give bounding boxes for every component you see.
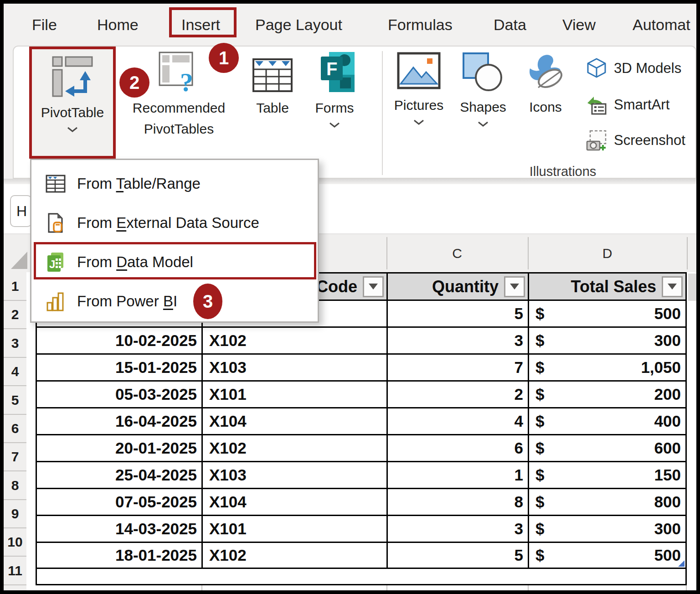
forms-button[interactable]: F Forms	[311, 51, 358, 128]
header-total-sales[interactable]: Total Sales	[529, 274, 685, 300]
table-row: 14-03-2025 X101 3 $300	[37, 516, 685, 543]
row-header-2[interactable]: 2	[4, 301, 26, 329]
cell-date[interactable]: 07-05-2025	[37, 489, 203, 515]
pictures-button[interactable]: Pictures	[394, 52, 444, 125]
excel-window: File Home Insert Page Layout Formulas Da…	[0, 0, 700, 594]
table-resize-handle[interactable]	[678, 560, 685, 567]
tab-view[interactable]: View	[562, 16, 596, 34]
row-header-8[interactable]: 8	[4, 471, 26, 500]
select-all-corner[interactable]	[11, 252, 27, 269]
cell-total-sales[interactable]: $150	[529, 462, 685, 488]
column-header-c[interactable]: C	[386, 234, 528, 272]
row-header-5[interactable]: 5	[4, 386, 26, 415]
screenshot-button[interactable]: Screenshot	[586, 129, 685, 151]
cell-quantity[interactable]: 6	[388, 435, 529, 461]
cell-date[interactable]: 10-02-2025	[37, 328, 203, 353]
filter-button[interactable]	[363, 276, 384, 297]
tab-page-layout[interactable]: Page Layout	[255, 16, 342, 34]
cell-code[interactable]: X103	[203, 462, 388, 488]
forms-label: Forms	[315, 98, 354, 119]
table-row: 07-05-2025 X104 8 $800	[37, 489, 685, 516]
row-header-6[interactable]: 6	[4, 415, 26, 443]
smartart-button[interactable]: SmartArt	[586, 94, 669, 116]
cell-quantity[interactable]: 5	[388, 301, 529, 326]
recommended-label-line1: Recommended	[133, 98, 225, 119]
cell-date[interactable]: 25-04-2025	[37, 462, 203, 488]
cell-date[interactable]: 20-01-2025	[37, 435, 203, 461]
cell-total-sales[interactable]: $1,050	[529, 355, 685, 380]
cell-quantity[interactable]: 3	[388, 516, 529, 542]
recommended-pivottables-button[interactable]: ? Recommended PivotTables	[139, 51, 219, 139]
cell-total-sales[interactable]: $600	[529, 435, 685, 461]
external-data-source-icon	[45, 212, 66, 233]
table-row: 20-01-2025 X102 6 $600	[37, 435, 685, 462]
annotation-box-insert	[169, 7, 237, 37]
cell-code[interactable]: X104	[203, 489, 388, 515]
cell-quantity[interactable]: 5	[388, 543, 529, 568]
pivottable-button[interactable]: PivotTable	[29, 46, 116, 159]
cell-code[interactable]: X103	[203, 355, 388, 380]
menu-item-from-power-bi[interactable]: From Power BI	[45, 287, 177, 316]
table-row: 25-04-2025 X103 1 $150	[37, 462, 685, 489]
tab-data[interactable]: Data	[494, 16, 526, 34]
row-header-11[interactable]: 11	[4, 557, 26, 585]
shapes-button[interactable]: Shapes	[459, 52, 507, 127]
tab-automate[interactable]: Automat	[633, 16, 690, 34]
cell-total-sales[interactable]: $500	[529, 543, 685, 568]
name-box[interactable]: H	[10, 195, 32, 227]
3d-models-button[interactable]: 3D Models	[586, 57, 681, 79]
cell-total-sales[interactable]: $200	[529, 382, 685, 407]
row-header-10[interactable]: 10	[4, 528, 26, 557]
column-header-d[interactable]: D	[528, 234, 687, 272]
cell-code[interactable]: X101	[203, 382, 388, 407]
icons-duck-leaf-icon	[525, 52, 566, 92]
data-model-icon: J	[45, 252, 66, 273]
annotation-badge-1: 1	[209, 43, 239, 73]
table-button[interactable]: Table	[250, 51, 295, 119]
menu-item-from-data-model[interactable]: J From Data Model	[45, 248, 193, 277]
cell-total-sales[interactable]: $400	[529, 408, 685, 434]
cell-quantity[interactable]: 2	[388, 382, 529, 407]
chevron-down-icon	[329, 122, 340, 128]
row-header-7[interactable]: 7	[4, 443, 26, 471]
cell-date[interactable]: 15-01-2025	[37, 355, 203, 380]
cell-code[interactable]: X101	[203, 516, 388, 542]
cell-total-sales[interactable]: $500	[529, 301, 685, 326]
header-quantity[interactable]: Quantity	[388, 274, 529, 300]
cell-quantity[interactable]: 1	[388, 462, 529, 488]
icons-button[interactable]: Icons	[522, 52, 569, 118]
cell-code[interactable]: X104	[203, 408, 388, 434]
cell-quantity[interactable]: 8	[388, 489, 529, 515]
cell-quantity[interactable]: 7	[388, 355, 529, 380]
header-quantity-label: Quantity	[432, 277, 499, 296]
row-header-1[interactable]: 1	[4, 272, 26, 301]
row-header-9[interactable]: 9	[4, 500, 26, 528]
cell-total-sales[interactable]: $300	[529, 516, 685, 542]
cell-date[interactable]: 05-03-2025	[37, 382, 203, 407]
cell-quantity[interactable]: 3	[388, 328, 529, 353]
cell-date[interactable]: 18-01-2025	[37, 543, 203, 568]
3d-models-label: 3D Models	[614, 58, 681, 79]
filter-button[interactable]	[504, 276, 525, 297]
tab-formulas[interactable]: Formulas	[388, 16, 453, 34]
cell-date[interactable]: 14-03-2025	[37, 516, 203, 542]
tab-file[interactable]: File	[32, 16, 57, 34]
row-header-4[interactable]: 4	[4, 358, 26, 386]
cell-quantity[interactable]: 4	[388, 408, 529, 434]
cell-code[interactable]: X102	[203, 328, 388, 353]
chevron-down-icon	[477, 121, 489, 127]
column-separator	[528, 237, 529, 269]
filter-button[interactable]	[662, 276, 683, 297]
recommended-pivottables-icon: ?	[158, 51, 200, 93]
cell-total-sales[interactable]: $300	[529, 328, 685, 353]
cell-code[interactable]: X102	[203, 435, 388, 461]
tab-home[interactable]: Home	[97, 16, 139, 34]
row-header-3[interactable]: 3	[4, 329, 26, 358]
ribbon-tab-bar: File Home Insert Page Layout Formulas Da…	[4, 4, 696, 46]
shapes-icon	[462, 52, 504, 92]
cell-code[interactable]: X102	[203, 543, 388, 568]
menu-item-from-external-data-source[interactable]: From External Data Source	[45, 208, 259, 238]
menu-item-from-table-range[interactable]: From Table/Range	[45, 169, 201, 198]
cell-date[interactable]: 16-04-2025	[37, 408, 203, 434]
cell-total-sales[interactable]: $800	[529, 489, 685, 515]
